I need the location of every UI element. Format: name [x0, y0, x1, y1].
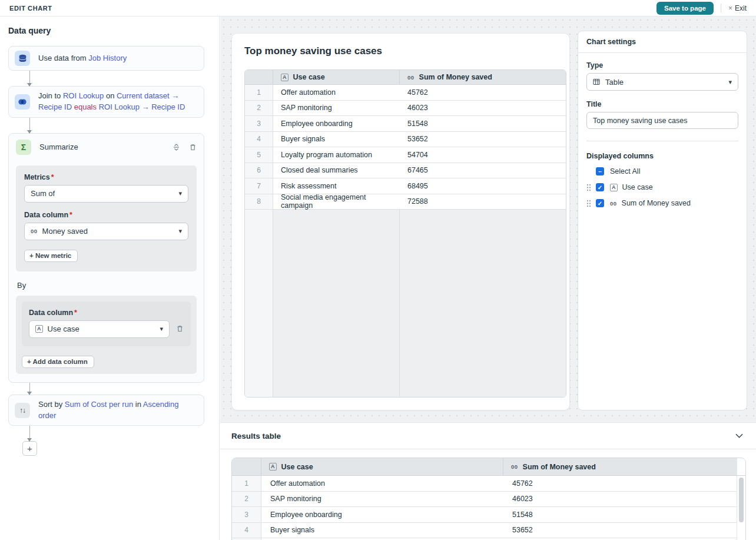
- scrollbar-thumb[interactable]: [739, 478, 744, 522]
- row-number: 1: [232, 476, 261, 491]
- chart-type-dropdown[interactable]: Table ▾: [586, 73, 738, 91]
- drag-handle-icon[interactable]: [586, 200, 591, 207]
- use-case-cell: Closed deal summaries: [273, 163, 400, 178]
- table-row: 3Employee onboarding51548: [232, 507, 737, 523]
- table-header-row: A Use case 00 Sum of Money saved: [232, 458, 745, 476]
- table-row: 1Offer automation45762: [232, 476, 737, 492]
- chevron-down-icon: ▾: [178, 227, 182, 235]
- use-case-cell: Risk assessment: [273, 178, 400, 194]
- by-group: Data column* A Use case ▾: [22, 302, 191, 346]
- join-icon: [15, 94, 30, 110]
- value-cell: 46023: [503, 492, 737, 507]
- row-number: 6: [245, 163, 273, 178]
- scrollbar-track[interactable]: [737, 476, 745, 540]
- required-asterisk: *: [69, 211, 72, 219]
- value-cell: 53652: [503, 523, 737, 538]
- chevron-down-icon: ▾: [178, 190, 182, 197]
- table-row: 3Employee onboarding51548: [245, 116, 566, 132]
- data-column-dropdown[interactable]: 00 Money saved ▾: [24, 223, 188, 240]
- add-data-column-button[interactable]: + Add data column: [22, 356, 94, 368]
- row-number-header: [232, 458, 261, 475]
- row-number: 2: [232, 492, 261, 507]
- table-row: 2SAP monitoring46023: [232, 492, 737, 508]
- number-type-icon: 00: [407, 74, 415, 81]
- data-query-panel: Data query Use data from Job History Joi…: [0, 16, 220, 540]
- data-column-label: Data column*: [24, 211, 188, 219]
- select-all-checkbox[interactable]: –: [596, 167, 604, 175]
- required-asterisk: *: [74, 309, 77, 317]
- join-equals: equals: [72, 102, 99, 111]
- table-row: 6Closed deal summaries67465: [245, 163, 566, 179]
- use-case-cell: Offer automation: [273, 85, 400, 100]
- scrollbar-track: [737, 458, 745, 475]
- results-table-heading: Results table: [231, 432, 281, 440]
- use-case-cell: SAP monitoring: [273, 101, 400, 116]
- sort-column-link[interactable]: Sum of Cost per run: [65, 400, 133, 409]
- chart-title: Top money saving use cases: [244, 45, 557, 57]
- page-title: EDIT CHART: [9, 5, 52, 12]
- table-empty-area: [245, 210, 566, 397]
- money-saved-column-header: 00 Sum of Money saved: [503, 458, 737, 475]
- value-cell: 72588: [400, 194, 566, 210]
- delete-icon[interactable]: [175, 324, 184, 333]
- use-case-cell: Buyer signals: [261, 523, 503, 538]
- summarize-title: Summarize: [39, 143, 78, 151]
- required-asterisk: *: [51, 173, 54, 181]
- money-saved-column-label: Sum of Money saved: [622, 199, 691, 207]
- divider: [721, 4, 721, 12]
- table-type-icon: [593, 78, 600, 85]
- use-case-cell: Buyer signals: [273, 132, 400, 147]
- value-cell: 46023: [400, 101, 566, 116]
- table-row: 7Risk assessment68495: [245, 178, 566, 194]
- row-number: 2: [245, 101, 273, 116]
- use-case-checkbox[interactable]: ✓: [596, 183, 604, 191]
- table-row: 2SAP monitoring46023: [245, 101, 566, 117]
- chevron-down-icon[interactable]: [735, 433, 743, 438]
- summarize-step: Σ Summarize Metrics* Sum of ▾ Data colum…: [8, 133, 204, 383]
- chart-settings-panel: Chart settings Type Table ▾ Title Displa…: [578, 31, 747, 410]
- table-header-row: A Use case 00 Sum of Money saved: [245, 70, 566, 85]
- sort-step[interactable]: ↑↓ Sort by Sum of Cost per run in Ascend…: [8, 395, 204, 426]
- divider: [586, 141, 738, 141]
- select-all-row: – Select All: [596, 167, 738, 175]
- chart-preview-card: Top money saving use cases A Use case 00…: [231, 33, 570, 410]
- results-table-section: A Use case 00 Sum of Money saved 1Offer …: [220, 449, 756, 540]
- join-right-key-link[interactable]: ROI Lookup → Recipe ID: [99, 102, 185, 111]
- use-case-column-label: Use case: [622, 183, 653, 191]
- join-step[interactable]: Join to ROI Lookup on Current dataset → …: [8, 86, 204, 118]
- row-number: 3: [245, 116, 273, 131]
- displayed-columns-label: Displayed columns: [586, 152, 738, 160]
- row-number: 1: [245, 85, 273, 100]
- delete-icon[interactable]: [188, 143, 197, 151]
- chart-title-input[interactable]: [586, 112, 738, 129]
- exit-button[interactable]: × Exit: [728, 4, 747, 12]
- table-row: 8Social media engagement campaign72588: [245, 194, 566, 210]
- exit-label: Exit: [735, 4, 747, 12]
- column-toggle-row: ✓ A Use case: [586, 183, 738, 191]
- sort-icon: ↑↓: [15, 403, 30, 418]
- dataset-link[interactable]: Job History: [88, 54, 127, 62]
- sort-step-text: Sort by Sum of Cost per run in Ascending…: [38, 399, 198, 422]
- money-saved-checkbox[interactable]: ✓: [596, 199, 604, 207]
- use-case-cell: Loyalty program automation: [273, 147, 400, 163]
- use-case-column-header: A Use case: [261, 458, 503, 475]
- drag-handle-icon[interactable]: [586, 184, 591, 191]
- row-number: 3: [232, 507, 261, 522]
- connector-arrow: [29, 426, 30, 441]
- join-dataset-link[interactable]: ROI Lookup: [63, 91, 104, 100]
- use-case-cell: SAP monitoring: [261, 492, 503, 507]
- sigma-icon: Σ: [16, 140, 31, 155]
- save-to-page-button[interactable]: Save to page: [656, 2, 714, 15]
- row-number: 4: [245, 132, 273, 147]
- source-step[interactable]: Use data from Job History: [8, 46, 204, 71]
- collapse-icon[interactable]: [172, 143, 180, 151]
- add-step-button[interactable]: +: [22, 441, 37, 456]
- by-panel: Data column* A Use case ▾ + Add data col…: [16, 296, 197, 374]
- type-label: Type: [586, 61, 738, 69]
- connector-arrow: [29, 71, 30, 86]
- row-number: 7: [245, 178, 273, 194]
- table-row: 1Offer automation45762: [245, 85, 566, 101]
- new-metric-button[interactable]: + New metric: [24, 250, 78, 262]
- by-column-dropdown[interactable]: A Use case ▾: [29, 320, 170, 338]
- metrics-dropdown[interactable]: Sum of ▾: [24, 185, 188, 203]
